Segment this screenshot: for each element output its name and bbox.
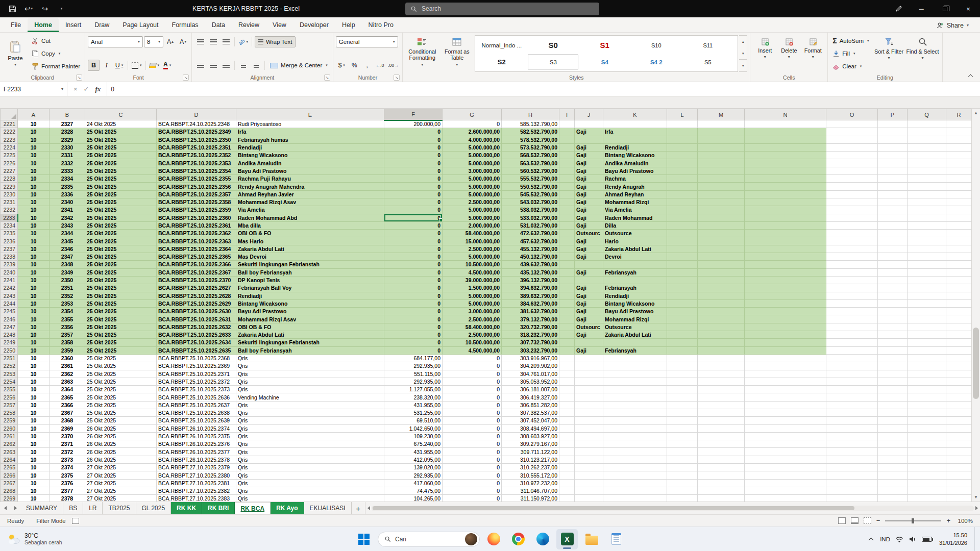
- sheet-nav-left-icon[interactable]: [0, 502, 10, 514]
- cell-A2261[interactable]: 10: [18, 432, 50, 440]
- cell-J2236[interactable]: Gaji: [575, 237, 603, 245]
- cell-Q2239[interactable]: [908, 261, 946, 268]
- cell-K2245[interactable]: Bayu Adi Prastowo: [603, 308, 667, 315]
- cell-A2233[interactable]: 10: [18, 214, 50, 221]
- cell-O2246[interactable]: [826, 315, 878, 323]
- cell-J2245[interactable]: Gaji: [575, 308, 603, 315]
- cell-G2252[interactable]: 0: [443, 362, 502, 370]
- cell-N2241[interactable]: [745, 276, 826, 284]
- cell-A2223[interactable]: 10: [18, 136, 50, 143]
- cell-K2254[interactable]: [603, 378, 667, 385]
- cell-E2246[interactable]: Mohammad Rizqi Asav: [236, 315, 384, 323]
- cell-R2231[interactable]: [946, 198, 972, 206]
- cell-O2241[interactable]: [826, 276, 878, 284]
- cell-N2267[interactable]: [745, 479, 826, 487]
- close-button[interactable]: ×: [957, 0, 980, 17]
- cell-J2261[interactable]: [575, 432, 603, 440]
- cell-K2256[interactable]: [603, 393, 667, 401]
- cell-style-s4-2[interactable]: S4 2: [631, 55, 681, 69]
- cell-F2268[interactable]: 74.475,00: [384, 487, 443, 494]
- cell-P2224[interactable]: [878, 143, 908, 151]
- cell-K2267[interactable]: [603, 479, 667, 487]
- cell-N2262[interactable]: [745, 440, 826, 448]
- cell-E2243[interactable]: Rendiadji: [236, 292, 384, 299]
- cell-E2269[interactable]: Qris: [236, 495, 384, 502]
- cell-Q2237[interactable]: [908, 245, 946, 253]
- cell-C2258[interactable]: 25 Okt 2025: [85, 409, 157, 416]
- cell-G2242[interactable]: 1.500.000,00: [443, 284, 502, 292]
- page-layout-view-button[interactable]: [851, 517, 859, 524]
- cell-D2249[interactable]: BCA.RBBPT.25.10.2025.2634: [157, 339, 236, 346]
- cell-R2226[interactable]: [946, 159, 972, 167]
- cell-Q2223[interactable]: [908, 136, 946, 143]
- cell-K2264[interactable]: [603, 456, 667, 463]
- cell-R2247[interactable]: [946, 323, 972, 331]
- cell-O2251[interactable]: [826, 354, 878, 362]
- cell-E2253[interactable]: Qris: [236, 370, 384, 378]
- cell-J2228[interactable]: Gaji: [575, 175, 603, 183]
- cell-H2236[interactable]: 457.632.790,00: [502, 237, 559, 245]
- middle-align-button[interactable]: [207, 36, 219, 47]
- cell-I2254[interactable]: [559, 378, 575, 385]
- cell-H2245[interactable]: 381.632.790,00: [502, 308, 559, 315]
- cell-P2242[interactable]: [878, 284, 908, 292]
- cell-J2264[interactable]: [575, 456, 603, 463]
- cell-C2253[interactable]: 25 Okt 2025: [85, 370, 157, 378]
- ribbon-tab-file[interactable]: File: [4, 18, 28, 32]
- borders-button[interactable]: ▾: [131, 60, 143, 71]
- cell-O2227[interactable]: [826, 167, 878, 174]
- cell-C2267[interactable]: 27 Okt 2025: [85, 479, 157, 487]
- cell-K2234[interactable]: Dilla: [603, 221, 667, 229]
- cell-D2253[interactable]: BCA.RBBPT.25.10.2025.2371: [157, 370, 236, 378]
- cell-O2256[interactable]: [826, 393, 878, 401]
- cell-N2255[interactable]: [745, 386, 826, 393]
- cell-P2244[interactable]: [878, 299, 908, 307]
- cell-N2256[interactable]: [745, 393, 826, 401]
- cell-C2226[interactable]: 25 Okt 2025: [85, 159, 157, 167]
- cell-D2232[interactable]: BCA.RBBPT.25.10.2025.2359: [157, 206, 236, 214]
- cell-G2259[interactable]: 0: [443, 417, 502, 424]
- cell-E2267[interactable]: Qris: [236, 479, 384, 487]
- cell-O2267[interactable]: [826, 479, 878, 487]
- cell-E2248[interactable]: Zakaria Abdul Lati: [236, 331, 384, 339]
- cell-M2228[interactable]: [698, 175, 745, 183]
- cell-A2229[interactable]: 10: [18, 183, 50, 190]
- conditional-formatting-button[interactable]: Conditional Formatting▾: [405, 34, 439, 73]
- cell-P2237[interactable]: [878, 245, 908, 253]
- row-header-2254[interactable]: 2254: [1, 378, 18, 385]
- cell-O2245[interactable]: [826, 308, 878, 315]
- cell-I2239[interactable]: [559, 261, 575, 268]
- ribbon-tab-draw[interactable]: Draw: [88, 18, 116, 32]
- cell-D2236[interactable]: BCA.RBBPT.25.10.2025.2363: [157, 237, 236, 245]
- cell-F2253[interactable]: 551.115,00: [384, 370, 443, 378]
- cell-O2240[interactable]: [826, 268, 878, 276]
- row-header-2256[interactable]: 2256: [1, 393, 18, 401]
- cell-M2239[interactable]: [698, 261, 745, 268]
- cell-A2252[interactable]: 10: [18, 362, 50, 370]
- row-header-2240[interactable]: 2240: [1, 268, 18, 276]
- cell-Q2251[interactable]: [908, 354, 946, 362]
- cell-J2243[interactable]: Gaji: [575, 292, 603, 299]
- cell-I2244[interactable]: [559, 299, 575, 307]
- cell-N2258[interactable]: [745, 409, 826, 416]
- cell-G2251[interactable]: 0: [443, 354, 502, 362]
- cell-B2224[interactable]: 2330: [50, 143, 85, 151]
- cell-L2243[interactable]: [667, 292, 698, 299]
- cell-Q2234[interactable]: [908, 221, 946, 229]
- cell-B2229[interactable]: 2335: [50, 183, 85, 190]
- cell-C2249[interactable]: 25 Okt 2025: [85, 339, 157, 346]
- cell-M2268[interactable]: [698, 487, 745, 494]
- cell-P2269[interactable]: [878, 495, 908, 502]
- cell-E2229[interactable]: Rendy Anugrah Mahendra: [236, 183, 384, 190]
- cell-D2245[interactable]: BCA.RBBPT.25.10.2025.2630: [157, 308, 236, 315]
- cell-F2222[interactable]: 0: [384, 128, 443, 136]
- cell-A2239[interactable]: 10: [18, 261, 50, 268]
- cell-R2258[interactable]: [946, 409, 972, 416]
- cell-D2266[interactable]: BCA.RBBPT.27.10.2025.2380: [157, 471, 236, 479]
- cell-L2238[interactable]: [667, 253, 698, 261]
- cell-J2256[interactable]: [575, 393, 603, 401]
- cell-B2266[interactable]: 2375: [50, 471, 85, 479]
- row-header-2236[interactable]: 2236: [1, 237, 18, 245]
- cell-O2222[interactable]: [826, 128, 878, 136]
- cell-O2263[interactable]: [826, 448, 878, 456]
